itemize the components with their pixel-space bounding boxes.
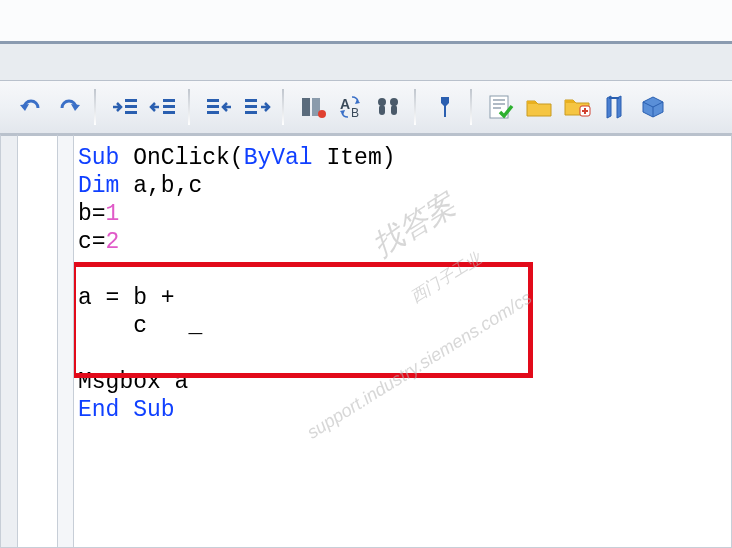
svg-point-17 bbox=[378, 98, 386, 106]
code-line: Msgbox a bbox=[78, 368, 731, 396]
find-next-button[interactable] bbox=[372, 90, 406, 124]
svg-rect-9 bbox=[245, 99, 257, 102]
code-line bbox=[78, 340, 731, 368]
find-replace-button[interactable]: AB bbox=[334, 90, 368, 124]
new-folder-button[interactable] bbox=[560, 90, 594, 124]
svg-rect-22 bbox=[493, 99, 505, 101]
svg-text:A: A bbox=[340, 96, 350, 112]
toolbar: AB bbox=[0, 80, 732, 134]
code-editor[interactable]: Sub OnClick(ByVal Item) Dim a,b,c b=1 c=… bbox=[74, 134, 732, 548]
separator bbox=[470, 89, 472, 125]
settings-button[interactable] bbox=[428, 90, 462, 124]
svg-rect-3 bbox=[163, 99, 175, 102]
right-outdent-button[interactable] bbox=[240, 90, 274, 124]
right-indent-button[interactable] bbox=[202, 90, 236, 124]
svg-rect-12 bbox=[302, 98, 310, 116]
code-line: b=1 bbox=[78, 200, 731, 228]
svg-point-14 bbox=[318, 110, 326, 118]
separator bbox=[188, 89, 190, 125]
redo-button[interactable] bbox=[52, 90, 86, 124]
separator bbox=[414, 89, 416, 125]
left-panel bbox=[18, 134, 58, 548]
code-line: a = b + bbox=[78, 284, 731, 312]
svg-rect-24 bbox=[493, 107, 501, 109]
object-button[interactable] bbox=[636, 90, 670, 124]
code-line bbox=[78, 256, 731, 284]
svg-rect-0 bbox=[125, 99, 137, 102]
svg-rect-5 bbox=[163, 111, 175, 114]
measure-button[interactable] bbox=[598, 90, 632, 124]
svg-rect-4 bbox=[163, 105, 175, 108]
toggle-breakpoint-button[interactable] bbox=[296, 90, 330, 124]
separator bbox=[282, 89, 284, 125]
menu-strip bbox=[0, 44, 732, 80]
svg-rect-8 bbox=[207, 111, 219, 114]
svg-point-19 bbox=[390, 98, 398, 106]
code-margin bbox=[58, 134, 74, 548]
svg-rect-10 bbox=[245, 105, 257, 108]
validate-button[interactable] bbox=[484, 90, 518, 124]
undo-button[interactable] bbox=[14, 90, 48, 124]
svg-rect-20 bbox=[391, 105, 397, 115]
code-line: c=2 bbox=[78, 228, 731, 256]
svg-rect-7 bbox=[207, 105, 219, 108]
left-gutter bbox=[0, 134, 18, 548]
outdent-button[interactable] bbox=[146, 90, 180, 124]
svg-text:B: B bbox=[351, 106, 359, 119]
code-line: Sub OnClick(ByVal Item) bbox=[78, 144, 731, 172]
svg-rect-6 bbox=[207, 99, 219, 102]
separator bbox=[94, 89, 96, 125]
folder-button[interactable] bbox=[522, 90, 556, 124]
workspace: Sub OnClick(ByVal Item) Dim a,b,c b=1 c=… bbox=[0, 134, 732, 548]
svg-rect-23 bbox=[493, 103, 505, 105]
title-bar bbox=[0, 0, 732, 44]
code-line: End Sub bbox=[78, 396, 731, 424]
svg-rect-2 bbox=[125, 111, 137, 114]
svg-rect-18 bbox=[379, 105, 385, 115]
indent-button[interactable] bbox=[108, 90, 142, 124]
code-line: c _ bbox=[78, 312, 731, 340]
code-line: Dim a,b,c bbox=[78, 172, 731, 200]
svg-rect-11 bbox=[245, 111, 257, 114]
svg-rect-1 bbox=[125, 105, 137, 108]
